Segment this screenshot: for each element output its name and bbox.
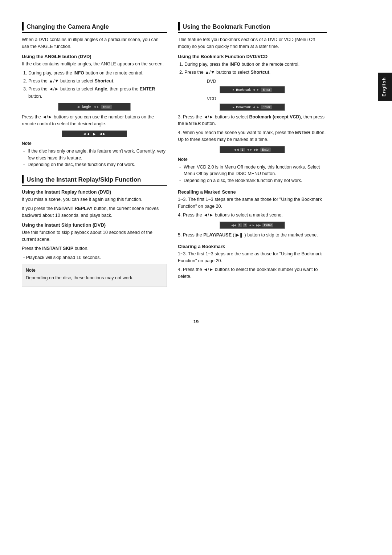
angle-step-1: During play, press the INFO button on th… <box>28 69 167 77</box>
clear-bookmark-title: Clearing a Bookmark <box>178 244 327 249</box>
angle-note: Note If the disc has only one angle, thi… <box>22 140 167 168</box>
angle-enter-btn: Enter <box>101 105 112 109</box>
english-tab: English <box>378 73 392 101</box>
bookmark-mark-screen: ◀◀ 1 ◄► ▶▶ Enter <box>220 146 285 153</box>
angle-note-title: Note <box>22 140 167 147</box>
instant-replay-subtitle: Using the Instant Replay function (DVD) <box>22 189 167 195</box>
instant-skip-text: Use this function to skip playback about… <box>22 229 167 243</box>
bookmark-mark-icons: ◀◀ <box>234 148 239 151</box>
angle-note-list: If the disc has only one angle, this fea… <box>23 148 167 168</box>
bookmark-step-4: 4. When you reach the scene you want to … <box>178 129 327 143</box>
bookmark-title: Using the Bookmark Function <box>178 22 327 33</box>
page-number: 19 <box>0 319 392 324</box>
recall-enter: Enter <box>262 223 273 227</box>
angle-screen-icon: ◀ <box>77 105 79 109</box>
angle-screen-wrapper: ◀ Angle ◄ ▸ Enter <box>22 103 167 111</box>
bookmark-mark-wrapper: ◀◀ 1 ◄► ▶▶ Enter <box>178 146 327 153</box>
bookmark-vcd-text: Bookmark <box>236 105 251 109</box>
instant-replay-title: Using the Instant Replay/Skip Function <box>22 175 167 186</box>
bookmark-dvd-screen: ▸ Bookmark ◄ ► Enter <box>220 86 285 93</box>
section-recall: Recalling a Marked Scene 1~3. The first … <box>178 189 327 239</box>
section-instant-replay: Using the Instant Replay/Skip Function U… <box>22 175 167 287</box>
bookmark-dvdvcd-subtitle: Using the Bookmark Function DVD/VCD <box>178 54 327 59</box>
angle-select-screen: ◄◄ ▶ ◄► <box>62 130 127 137</box>
bookmark-step-2: Press the ▲/▼ buttons to select Shortcut… <box>184 69 327 76</box>
bookmark-mark-num: 1 <box>240 148 245 151</box>
angle-screen-text: Angle <box>82 105 91 109</box>
bookmark-mark-nav: ◄► ▶▶ <box>246 148 259 151</box>
recall-screen-wrapper: ◀◀ 1 2 ◄► ▶▶ Enter <box>178 222 327 229</box>
dvd-label: DVD <box>207 79 327 84</box>
instant-note-box: Note Depending on the disc, these functi… <box>22 264 167 287</box>
bookmark-dvd-icon: ▸ <box>233 88 234 92</box>
angle-select-screen-wrapper: ◄◄ ▶ ◄► <box>22 130 167 137</box>
instant-replay-detail: If you press the INSTANT REPLAY button, … <box>22 205 167 219</box>
recall-title: Recalling a Marked Scene <box>178 189 327 195</box>
bookmark-vcd-wrapper: VCD ▸ Bookmark ◄ ► Enter <box>178 96 327 111</box>
angle-button-subtitle: Using the ANGLE button (DVD) <box>22 54 167 59</box>
bookmark-vcd-nav: ◄ ► <box>252 105 260 109</box>
instant-note-text: Depending on the disc, these functions m… <box>26 275 163 281</box>
bookmark-vcd-icon: ▸ <box>233 105 234 109</box>
instant-replay-text: If you miss a scene, you can see it agai… <box>22 196 167 203</box>
bookmark-vcd-screen: ▸ Bookmark ◄ ► Enter <box>220 104 285 111</box>
section-camera-angle-title: Changing the Camera Angle <box>22 22 167 33</box>
bookmark-step-1: During play, press the INFO button on th… <box>184 61 327 68</box>
bookmark-dvd-enter: Enter <box>261 88 272 92</box>
bookmark-vcd-enter: Enter <box>261 105 272 109</box>
recall-screen: ◀◀ 1 2 ◄► ▶▶ Enter <box>220 222 285 229</box>
instant-skip-sub: - Playback will skip ahead 10 seconds. <box>23 254 167 261</box>
vcd-label: VCD <box>207 96 327 101</box>
angle-select-icons: ◄◄ ▶ ◄► <box>83 132 106 136</box>
recall-step-4: 4. Press the ◄/► buttons to select a mar… <box>178 212 327 219</box>
angle-button-text: If the disc contains multiple angles, th… <box>22 61 167 68</box>
recall-num1: 1 <box>238 223 242 227</box>
bookmark-step-3: 3. Press the ◄/► buttons to select Bookm… <box>178 114 327 127</box>
bookmark-dvd-nav: ◄ ► <box>252 88 260 92</box>
instant-note-title: Note <box>26 267 163 274</box>
angle-note-item-2: Depending on the disc, these functions m… <box>23 161 167 168</box>
bookmark-note: Note When VCD 2.0 is in Menu Off mode on… <box>178 156 327 184</box>
section-bookmark: Using the Bookmark Function This feature… <box>178 22 327 184</box>
angle-steps-list: During play, press the INFO button on th… <box>28 69 167 100</box>
recall-nav: ◄► ▶▶ <box>249 223 261 227</box>
bookmark-note-title: Note <box>178 156 327 163</box>
angle-nav-icons: ◄ ▸ <box>93 105 99 109</box>
bookmark-note-item-2: Depending on a disc, the Bookmark functi… <box>179 177 327 184</box>
instant-skip-detail: Press the INSTANT SKIP button. <box>22 245 167 252</box>
left-column: Changing the Camera Angle When a DVD con… <box>22 22 178 290</box>
recall-num2: 2 <box>243 223 247 227</box>
section-clear-bookmark: Clearing a Bookmark 1~3. The first 1~3 s… <box>178 244 327 280</box>
recall-step-5: 5. Press the PLAY/PAUSE ( ▶❚ ) button to… <box>178 232 327 239</box>
right-column: Using the Bookmark Function This feature… <box>178 22 334 290</box>
bookmark-note-list: When VCD 2.0 is in Menu Off mode only, t… <box>179 164 327 184</box>
instant-skip-subtitle: Using the Instant Skip function (DVD) <box>22 222 167 228</box>
page-content: Changing the Camera Angle When a DVD con… <box>0 0 392 312</box>
clear-step-4: 4. Press the ◄/► buttons to select the b… <box>178 266 327 280</box>
bookmark-dvd-wrapper: DVD ▸ Bookmark ◄ ► Enter <box>178 79 327 93</box>
camera-angle-intro: When a DVD contains multiple angles of a… <box>22 36 167 50</box>
section-camera-angle: Changing the Camera Angle When a DVD con… <box>22 22 167 168</box>
recall-step-1-3: 1~3. The first 1~3 steps are the same as… <box>178 196 327 210</box>
angle-step-3: Press the ◄/► buttons to select Angle, t… <box>28 85 167 100</box>
bookmark-steps-list: During play, press the INFO button on th… <box>184 61 327 76</box>
bookmark-mark-enter: Enter <box>260 147 271 152</box>
angle-step-4: Press the ◄/► buttons or you can use the… <box>22 114 167 127</box>
bookmark-dvd-text: Bookmark <box>236 88 251 92</box>
clear-step-1-3: 1~3. The first 1~3 steps are the same as… <box>178 251 327 264</box>
recall-icons-left: ◀◀ <box>231 223 236 227</box>
bookmark-note-item-1: When VCD 2.0 is in Menu Off mode only, t… <box>179 164 327 178</box>
angle-note-item-1: If the disc has only one angle, this fea… <box>23 148 167 162</box>
bookmark-intro: This feature lets you bookmark sections … <box>178 36 327 50</box>
angle-screen-mockup: ◀ Angle ◄ ▸ Enter <box>58 103 131 111</box>
angle-step-2: Press the ▲/▼ buttons to select Shortcut… <box>28 77 167 85</box>
